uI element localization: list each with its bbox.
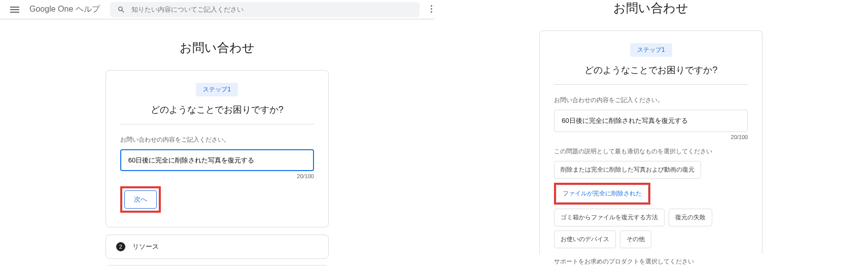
step1-title: どのようなことでお困りですか? <box>554 64 748 76</box>
option-chip[interactable]: 削除または完全に削除した写真および動画の復元 <box>554 161 701 179</box>
option-chip-selected[interactable]: ファイルが完全に削除された <box>556 185 648 203</box>
search-box[interactable] <box>110 2 420 17</box>
highlight-box: 次へ <box>120 186 161 213</box>
next-button[interactable]: 次へ <box>124 190 157 209</box>
divider <box>554 84 748 85</box>
highlight-box: ファイルが完全に削除された <box>554 183 650 205</box>
description-label: この問題の説明として最も適切なものを選択してください <box>554 147 748 156</box>
option-chip[interactable]: お使いのデバイス <box>554 230 616 248</box>
option-chip[interactable]: 復元の失敗 <box>669 209 712 226</box>
field-label: お問い合わせの内容をご記入ください。 <box>120 136 314 144</box>
divider <box>120 124 314 124</box>
header-bar: Google One ヘルプ <box>0 0 434 19</box>
field-label: お問い合わせの内容をご記入ください。 <box>554 96 748 105</box>
step1-card: ステップ1 どのようなことでお困りですか? お問い合わせの内容をご記入ください。… <box>539 30 762 254</box>
options-row: 削除または完全に削除した写真および動画の復元 ファイルが完全に削除された ゴミ箱… <box>554 161 748 248</box>
issue-input-display[interactable]: 60日後に完全に削除された写真を復元する <box>554 110 748 132</box>
char-counter: 20/100 <box>554 134 748 140</box>
step-chip: ステップ1 <box>630 43 672 57</box>
product-label: サポートをお求めのプロダクトを選択してください <box>554 257 748 266</box>
char-counter: 20/100 <box>120 173 314 179</box>
option-chip[interactable]: その他 <box>620 230 651 248</box>
option-chip[interactable]: ゴミ箱からファイルを復元する方法 <box>554 209 665 226</box>
app-title: Google One ヘルプ <box>29 4 100 15</box>
step1-card: ステップ1 どのようなことでお困りですか? お問い合わせの内容をご記入ください。… <box>106 70 329 227</box>
page-title: お問い合わせ <box>0 40 434 56</box>
step-row-resources[interactable]: 2 リソース <box>106 235 329 259</box>
issue-input[interactable] <box>120 149 314 171</box>
step1-title: どのようなことでお困りですか? <box>120 104 314 116</box>
step-number-badge: 2 <box>116 242 125 251</box>
step-row-label: リソース <box>132 242 159 251</box>
search-input[interactable] <box>131 6 412 13</box>
search-icon <box>117 6 125 14</box>
menu-icon[interactable] <box>8 5 21 15</box>
step-chip: ステップ1 <box>196 83 238 96</box>
overflow-menu-icon[interactable] <box>431 5 432 13</box>
page-title: お問い合わせ <box>434 0 869 16</box>
